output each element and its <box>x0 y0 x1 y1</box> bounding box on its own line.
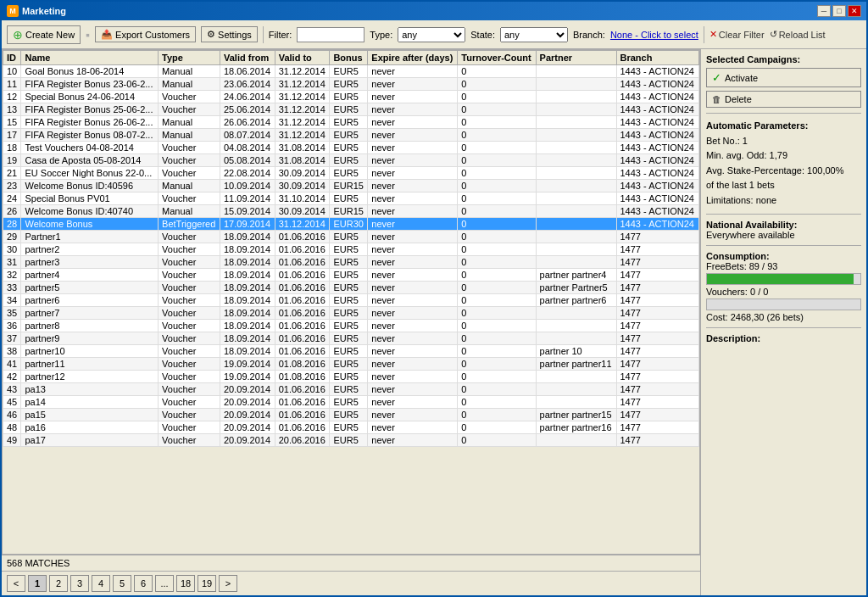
table-body: 10Goal Bonus 18-06-2014Manual18.06.20143… <box>3 65 699 447</box>
table-row[interactable]: 37partner9Voucher18.09.201401.06.2016EUR… <box>3 332 699 345</box>
prev-page-button[interactable]: < <box>7 575 25 592</box>
table-cell-5: EUR5 <box>330 269 368 282</box>
table-cell-1: partner9 <box>21 332 159 345</box>
table-row[interactable]: 41partner11Voucher19.09.201401.08.2016EU… <box>3 358 699 371</box>
activate-button[interactable]: ✓ Activate <box>706 68 861 87</box>
page-4-button[interactable]: 4 <box>92 575 110 592</box>
table-row[interactable]: 32partner4Voucher18.09.201401.06.2016EUR… <box>3 269 699 282</box>
page-5-button[interactable]: 5 <box>113 575 131 592</box>
col-valid-from[interactable]: Valid from <box>220 51 275 65</box>
table-row[interactable]: 46pa15Voucher20.09.201401.06.2016EUR5nev… <box>3 409 699 421</box>
table-row[interactable]: 21EU Soccer Night Bonus 22-0...Voucher22… <box>3 167 699 180</box>
table-cell-5: EUR5 <box>330 65 368 78</box>
table-row[interactable]: 38partner10Voucher18.09.201401.06.2016EU… <box>3 345 699 358</box>
table-cell-7: 0 <box>458 205 536 218</box>
reload-list-button[interactable]: ↺ Reload List <box>770 29 826 40</box>
table-row[interactable]: 45pa14Voucher20.09.201401.06.2016EUR5nev… <box>3 396 699 409</box>
auto-params-title: Automatic Parameters: <box>706 119 861 134</box>
table-cell-1: partner5 <box>21 282 159 294</box>
table-header-row: ID Name Type Valid from Valid to Bonus E… <box>3 51 699 65</box>
table-row[interactable]: 34partner6Voucher18.09.201401.06.2016EUR… <box>3 294 699 307</box>
table-cell-1: FIFA Register Bonus 25-06-2... <box>21 103 159 116</box>
table-cell-6: never <box>368 434 458 447</box>
table-row[interactable]: 18Test Vouchers 04-08-2014Voucher04.08.2… <box>3 142 699 154</box>
col-expire[interactable]: Expire after (days) <box>368 51 458 65</box>
table-cell-7: 0 <box>458 218 536 231</box>
campaigns-table-container[interactable]: ID Name Type Valid from Valid to Bonus E… <box>2 49 700 555</box>
table-cell-4: 31.12.2014 <box>275 78 330 91</box>
table-row[interactable]: 35partner7Voucher18.09.201401.06.2016EUR… <box>3 307 699 320</box>
state-select[interactable]: any active inactive <box>500 27 568 42</box>
table-row[interactable]: 13FIFA Register Bonus 25-06-2...Voucher2… <box>3 103 699 116</box>
table-row[interactable]: 12Special Bonus 24-06-2014Voucher24.06.2… <box>3 91 699 103</box>
table-row[interactable]: 23Welcome Bonus ID:40596Manual10.09.2014… <box>3 180 699 192</box>
maximize-button[interactable]: □ <box>832 5 846 17</box>
table-cell-3: 08.07.2014 <box>220 129 275 142</box>
table-row[interactable]: 28Welcome BonusBetTriggered17.09.201431.… <box>3 218 699 231</box>
table-row[interactable]: 29Partner1Voucher18.09.201401.06.2016EUR… <box>3 231 699 243</box>
table-row[interactable]: 10Goal Bonus 18-06-2014Manual18.06.20143… <box>3 65 699 78</box>
page-6-button[interactable]: 6 <box>134 575 153 592</box>
page-3-button[interactable]: 3 <box>70 575 89 592</box>
filter-input[interactable] <box>297 27 364 42</box>
table-cell-7: 0 <box>458 307 536 320</box>
col-branch[interactable]: Branch <box>616 51 699 65</box>
table-cell-8 <box>536 434 616 447</box>
settings-button[interactable]: ⚙ Settings <box>201 26 258 42</box>
table-row[interactable]: 11FIFA Register Bonus 23-06-2...Manual23… <box>3 78 699 91</box>
table-row[interactable]: 49pa17Voucher20.09.201420.06.2016EUR5nev… <box>3 434 699 447</box>
right-panel: Selected Campaigns: ✓ Activate 🗑 Delete … <box>701 49 866 595</box>
create-new-button[interactable]: ⊕ Create New <box>7 25 81 44</box>
table-cell-3: 18.09.2014 <box>220 307 275 320</box>
table-row[interactable]: 31partner3Voucher18.09.201401.06.2016EUR… <box>3 256 699 269</box>
table-cell-7: 0 <box>458 282 536 294</box>
col-bonus[interactable]: Bonus <box>330 51 368 65</box>
table-cell-9: 1477 <box>616 269 699 282</box>
table-cell-5: EUR5 <box>330 409 368 421</box>
table-row[interactable]: 17FIFA Register Bonus 08-07-2...Manual08… <box>3 129 699 142</box>
col-type[interactable]: Type <box>159 51 220 65</box>
table-cell-5: EUR30 <box>330 218 368 231</box>
type-select[interactable]: any Manual Voucher BetTriggered <box>398 27 465 42</box>
table-cell-3: 20.09.2014 <box>220 421 275 434</box>
page-19-button[interactable]: 19 <box>198 575 216 592</box>
export-customers-button[interactable]: 📤 Export Customers <box>95 26 196 42</box>
toolbar: ⊕ Create New ▪ 📤 Export Customers ⚙ Sett… <box>2 20 866 49</box>
table-cell-5: EUR5 <box>330 256 368 269</box>
clear-filter-button[interactable]: ✕ Clear Filter <box>709 29 765 40</box>
delete-button[interactable]: 🗑 Delete <box>706 91 861 108</box>
table-cell-1: partner4 <box>21 269 159 282</box>
table-row[interactable]: 43pa13Voucher20.09.201401.06.2016EUR5nev… <box>3 383 699 396</box>
col-id[interactable]: ID <box>3 51 21 65</box>
minimize-button[interactable]: ─ <box>817 5 831 17</box>
table-cell-5: EUR5 <box>330 307 368 320</box>
col-valid-to[interactable]: Valid to <box>275 51 330 65</box>
table-cell-9: 1477 <box>616 256 699 269</box>
table-row[interactable]: 24Special Bonus PV01Voucher11.09.201431.… <box>3 192 699 205</box>
table-row[interactable]: 33partner5Voucher18.09.201401.06.2016EUR… <box>3 282 699 294</box>
reload-icon: ↺ <box>770 29 777 40</box>
table-cell-5: EUR5 <box>330 167 368 180</box>
col-name[interactable]: Name <box>21 51 159 65</box>
table-cell-1: Welcome Bonus ID:40740 <box>21 205 159 218</box>
col-partner[interactable]: Partner <box>536 51 616 65</box>
pagination: < 1 2 3 4 5 6 ... 18 19 > <box>2 571 700 595</box>
table-row[interactable]: 26Welcome Bonus ID:40740Manual15.09.2014… <box>3 205 699 218</box>
table-row[interactable]: 36partner8Voucher18.09.201401.06.2016EUR… <box>3 320 699 332</box>
table-row[interactable]: 42partner12Voucher19.09.201401.08.2016EU… <box>3 371 699 383</box>
page-18-button[interactable]: 18 <box>176 575 195 592</box>
table-cell-6: never <box>368 409 458 421</box>
table-cell-4: 30.09.2014 <box>275 167 330 180</box>
next-page-button[interactable]: > <box>219 575 237 592</box>
table-row[interactable]: 15FIFA Register Bonus 26-06-2...Manual26… <box>3 116 699 129</box>
table-row[interactable]: 19Casa de Aposta 05-08-2014Voucher05.08.… <box>3 154 699 167</box>
table-cell-2: Voucher <box>159 345 220 358</box>
table-row[interactable]: 48pa16Voucher20.09.201401.06.2016EUR5nev… <box>3 421 699 434</box>
table-row[interactable]: 30partner2Voucher18.09.201401.06.2016EUR… <box>3 243 699 256</box>
close-button[interactable]: ✕ <box>848 5 861 17</box>
table-cell-0: 43 <box>3 383 21 396</box>
branch-value[interactable]: None - Click to select <box>610 30 698 40</box>
page-1-button[interactable]: 1 <box>28 575 47 592</box>
col-turnover[interactable]: Turnover-Count <box>458 51 536 65</box>
page-2-button[interactable]: 2 <box>49 575 68 592</box>
